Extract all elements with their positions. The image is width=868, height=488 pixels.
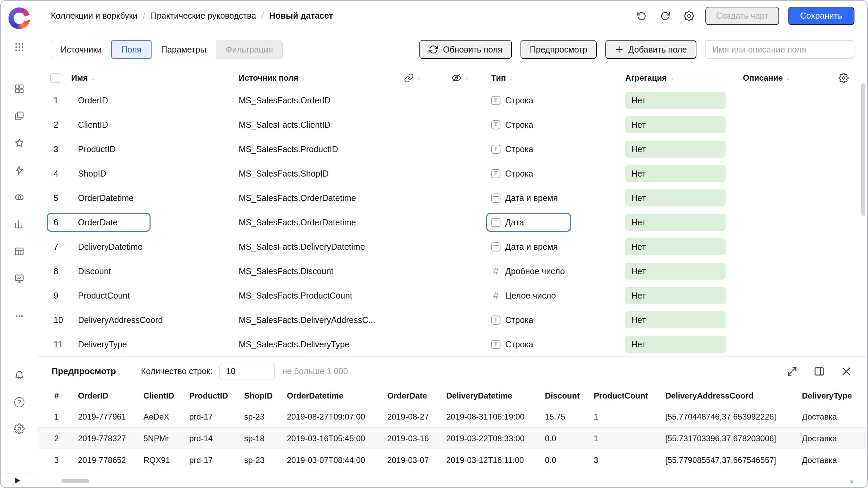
eye-off-icon (451, 73, 461, 83)
aggregation-pill: Нет (625, 141, 726, 158)
field-source: MS_SalesFacts.DeliveryDatetime (239, 242, 404, 252)
field-type[interactable]: Строка (491, 340, 625, 349)
column-header-hidden[interactable]: ↓ (451, 73, 491, 83)
breadcrumb-separator: / (143, 11, 145, 21)
field-name[interactable]: DeliveryAddressCoord (71, 315, 239, 325)
field-row-number: 8 (50, 266, 71, 276)
breadcrumb-guides[interactable]: Практические руководства (151, 11, 256, 21)
field-aggregation[interactable]: Нет (625, 165, 743, 182)
field-row[interactable]: 2 ClientID MS_SalesFacts.ClientID Строка… (38, 113, 867, 137)
field-row[interactable]: 8 Discount MS_SalesFacts.Discount Дробно… (38, 259, 867, 283)
select-all-checkbox[interactable] (50, 73, 60, 83)
column-header-link[interactable]: ↓ (404, 73, 451, 83)
field-aggregation[interactable]: Нет (625, 263, 743, 280)
breadcrumb-collections[interactable]: Коллекции и воркбуки (51, 11, 138, 21)
settings-gear-icon[interactable] (682, 8, 696, 23)
connections-bolt-icon[interactable] (11, 162, 27, 178)
field-name[interactable]: OrderDate (71, 218, 239, 227)
tab-parameters[interactable]: Параметры (151, 40, 216, 59)
field-row[interactable]: 9 ProductCount MS_SalesFacts.ProductCoun… (38, 283, 867, 308)
field-type[interactable]: Строка (491, 96, 625, 105)
refresh-fields-button[interactable]: Обновить поля (419, 40, 512, 59)
field-aggregation[interactable]: Нет (625, 141, 743, 158)
field-source: MS_SalesFacts.DeliveryAddressC... (239, 315, 404, 325)
workbooks-icon[interactable] (11, 108, 27, 124)
field-name[interactable]: ProductCount (71, 291, 239, 301)
expand-icon[interactable] (785, 364, 800, 379)
field-aggregation[interactable]: Нет (625, 311, 743, 328)
field-row[interactable]: 1 OrderID MS_SalesFacts.OrderID Строка Н… (38, 88, 867, 113)
field-search-input[interactable] (705, 40, 854, 59)
column-header-aggregation[interactable]: Агрегация ↓ (625, 73, 743, 83)
column-header-name[interactable]: Имя ↓ (71, 73, 239, 83)
charts-icon[interactable] (11, 216, 27, 232)
field-type[interactable]: Дата (491, 218, 625, 227)
field-type[interactable]: Строка (491, 120, 625, 130)
field-name[interactable]: ShopID (71, 169, 239, 179)
field-type-label: Целое число (505, 291, 556, 301)
preview-cell: Доставка (802, 434, 867, 443)
create-chart-button[interactable]: Создать чарт (705, 7, 779, 25)
preview-toggle-button[interactable]: Предпросмотр (520, 40, 597, 59)
split-panel-icon[interactable] (812, 364, 827, 379)
datalens-logo[interactable] (8, 7, 30, 29)
field-aggregation[interactable]: Нет (625, 189, 743, 206)
field-aggregation[interactable]: Нет (625, 214, 743, 231)
question-mark-glyph: ? (14, 397, 24, 407)
expand-sidebar-icon[interactable] (15, 477, 20, 484)
field-type[interactable]: Строка (491, 144, 625, 154)
settings-gear-icon[interactable] (11, 421, 27, 437)
field-type[interactable]: Строка (491, 169, 625, 179)
field-row[interactable]: 10 DeliveryAddressCoord MS_SalesFacts.De… (38, 308, 867, 332)
field-name[interactable]: DeliveryDatetime (71, 242, 239, 252)
tab-fields[interactable]: Поля (111, 40, 152, 59)
field-name[interactable]: ProductID (71, 144, 239, 154)
vertical-scrollbar[interactable] (861, 83, 865, 216)
favorites-star-icon[interactable] (11, 135, 27, 151)
field-aggregation[interactable]: Нет (625, 238, 743, 255)
datasets-icon[interactable] (11, 189, 27, 205)
field-row[interactable]: 4 ShopID MS_SalesFacts.ShopID Строка Нет (38, 161, 867, 186)
close-icon[interactable] (839, 364, 854, 379)
plus-icon (615, 45, 624, 54)
add-field-button[interactable]: Добавить поле (605, 40, 696, 59)
table-settings-gear-icon[interactable] (839, 73, 859, 83)
field-type[interactable]: Дата и время (491, 242, 625, 252)
save-button[interactable]: Сохранить (788, 7, 854, 25)
field-name[interactable]: OrderDatetime (71, 193, 239, 203)
field-type[interactable]: Строка (491, 315, 625, 325)
column-header-type[interactable]: Тип ↓ (491, 73, 625, 83)
field-name[interactable]: OrderID (71, 96, 239, 105)
column-header-description[interactable]: Описание ↓ (743, 73, 839, 83)
collections-icon[interactable] (11, 81, 27, 97)
apps-grid-icon[interactable] (11, 39, 27, 55)
row-count-input[interactable] (219, 363, 275, 380)
field-row[interactable]: 7 DeliveryDatetime MS_SalesFacts.Deliver… (38, 235, 867, 259)
field-type[interactable]: Дробное число (491, 266, 625, 276)
field-type[interactable]: Целое число (491, 291, 625, 301)
tables-icon[interactable] (11, 243, 27, 260)
field-name[interactable]: ClientID (71, 120, 239, 130)
dashboards-icon[interactable] (11, 270, 27, 287)
field-row[interactable]: 3 ProductID MS_SalesFacts.ProductID Стро… (38, 137, 867, 161)
redo-icon[interactable] (658, 8, 673, 23)
column-header-source[interactable]: Источник поля ↓ (239, 73, 404, 83)
field-aggregation[interactable]: Нет (625, 336, 743, 353)
field-row[interactable]: 11 DeliveryType MS_SalesFacts.DeliveryTy… (38, 332, 867, 357)
more-options-icon[interactable] (11, 308, 27, 324)
horizontal-scrollbar[interactable] (61, 479, 89, 483)
scroll-down-arrow-icon[interactable]: ▾ (850, 477, 854, 487)
field-aggregation[interactable]: Нет (625, 287, 743, 304)
field-type[interactable]: Дата и время (491, 193, 625, 203)
undo-icon[interactable] (634, 8, 649, 23)
help-icon[interactable]: ? (11, 394, 27, 410)
field-name[interactable]: DeliveryType (71, 340, 239, 349)
type-string-icon (491, 316, 500, 325)
field-row[interactable]: 5 OrderDatetime MS_SalesFacts.OrderDatet… (38, 186, 867, 210)
field-aggregation[interactable]: Нет (625, 92, 743, 109)
field-aggregation[interactable]: Нет (625, 116, 743, 133)
notifications-bell-icon[interactable] (11, 367, 27, 383)
field-name[interactable]: Discount (71, 266, 239, 276)
tab-sources[interactable]: Источники (51, 40, 112, 59)
field-row-selected[interactable]: 6 OrderDate MS_SalesFacts.OrderDatetime … (38, 210, 867, 235)
